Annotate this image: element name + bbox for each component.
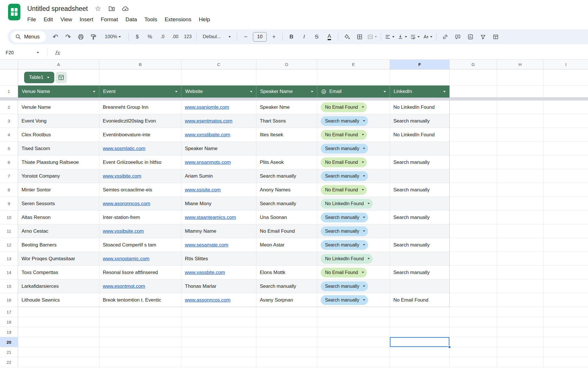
cell-link[interactable]: www.vssibite.com	[103, 173, 141, 179]
column-dropdown-icon[interactable]	[175, 91, 177, 92]
row-header-1[interactable]: 1	[0, 86, 18, 98]
grid-cell[interactable]	[317, 337, 390, 347]
cell-C5[interactable]: Speaker Name	[181, 142, 256, 156]
grid-cell[interactable]	[181, 307, 256, 317]
grid-cell[interactable]	[450, 86, 497, 98]
cell-link[interactable]: www.vassbite.com	[185, 270, 225, 275]
column-header-F[interactable]: F	[390, 60, 450, 69]
grid-cell[interactable]	[450, 327, 497, 337]
column-header-E[interactable]: E	[317, 60, 390, 69]
text-color-button[interactable]: A	[323, 31, 335, 42]
paint-format-button[interactable]	[87, 31, 99, 42]
grid-cell[interactable]	[450, 279, 497, 293]
cell-link[interactable]: www.assonncos.com	[185, 297, 231, 303]
grid-cell[interactable]	[543, 252, 588, 266]
cloud-saved-icon[interactable]	[122, 5, 129, 12]
grid-cell[interactable]	[543, 156, 588, 169]
dropdown-chip[interactable]: No Email Found	[321, 268, 367, 277]
grid-cell[interactable]	[543, 100, 588, 114]
decrease-font-size-button[interactable]: −	[240, 31, 252, 42]
grid-cell[interactable]	[99, 69, 181, 86]
redo-button[interactable]: ↷	[62, 31, 74, 42]
grid-cell[interactable]	[450, 347, 497, 357]
grid-cell[interactable]	[181, 317, 256, 327]
cell-link[interactable]: www.esentmatos.com	[185, 118, 232, 124]
cell-D9[interactable]: Search manually	[256, 197, 317, 211]
cell-C14[interactable]: www.vassbite.com	[181, 266, 256, 279]
grid-cell[interactable]	[450, 142, 497, 156]
row-header-21[interactable]: 21	[0, 347, 18, 357]
column-header-B[interactable]: B	[99, 60, 181, 69]
table-column-header-website[interactable]: Website	[181, 86, 256, 98]
cell-A8[interactable]: Minter Sontor	[18, 183, 99, 197]
grid-cell[interactable]	[450, 357, 497, 367]
sheets-logo[interactable]	[7, 3, 21, 22]
insert-link-button[interactable]	[439, 31, 451, 42]
grid-cell[interactable]	[497, 128, 543, 142]
italic-button[interactable]: I	[298, 31, 310, 42]
cell-E6[interactable]: No Email Found	[317, 156, 390, 169]
column-header-I[interactable]: I	[543, 60, 588, 69]
grid-cell[interactable]	[497, 100, 543, 114]
cell-B7[interactable]: www.vssibite.com	[99, 169, 181, 183]
cell-link[interactable]: www.xxnostamic.com	[103, 256, 149, 262]
grid-cell[interactable]	[497, 252, 543, 266]
row-header-13[interactable]: 13	[0, 252, 18, 266]
table-column-header-linkedin[interactable]: LinkedIn	[390, 86, 450, 98]
grid-cell[interactable]	[317, 307, 390, 317]
cell-B12[interactable]: Stoaced Comperlif s tam	[99, 238, 181, 252]
grid-cell[interactable]	[450, 197, 497, 211]
cell-B6[interactable]: Event Griiizoeelluc in hltfso	[99, 156, 181, 169]
grid-cell[interactable]	[181, 337, 256, 347]
grid-cell[interactable]	[390, 327, 450, 337]
grid-cell[interactable]	[450, 169, 497, 183]
grid-cell[interactable]	[317, 347, 390, 357]
grid-cell[interactable]	[390, 347, 450, 357]
grid-cell[interactable]	[256, 327, 317, 337]
row-header-3[interactable]: 3	[0, 114, 18, 128]
chip-dropdown-icon[interactable]	[362, 106, 364, 108]
table-column-header-venue-name[interactable]: Venue Name	[18, 86, 99, 98]
grid-cell[interactable]	[497, 238, 543, 252]
column-dropdown-icon[interactable]	[93, 91, 95, 92]
cell-D5[interactable]	[256, 142, 317, 156]
grid-cell[interactable]	[317, 69, 390, 86]
column-dropdown-icon[interactable]	[311, 91, 313, 92]
cell-A6[interactable]: Thiate Plaastung Raltseoe	[18, 156, 99, 169]
menu-help[interactable]: Help	[195, 15, 214, 24]
cell-E14[interactable]: No Email Found	[317, 266, 390, 279]
grid-cell[interactable]	[543, 337, 588, 347]
chip-dropdown-icon[interactable]	[362, 162, 364, 163]
grid-cell[interactable]	[497, 317, 543, 327]
grid-cell[interactable]	[18, 317, 99, 327]
dropdown-chip[interactable]: No LinkedIn Found	[321, 254, 373, 264]
cell-D7[interactable]: Search manually	[256, 169, 317, 183]
menu-format[interactable]: Format	[97, 15, 122, 24]
dropdown-chip[interactable]: Search manually	[321, 144, 368, 154]
grid-cell[interactable]	[450, 156, 497, 169]
cell-D12[interactable]: Meon Astar	[256, 238, 317, 252]
cell-E5[interactable]: Search manually	[317, 142, 390, 156]
grid-cell[interactable]	[450, 224, 497, 238]
chip-dropdown-icon[interactable]	[368, 203, 370, 204]
cell-B10[interactable]: Inter-station-frem	[99, 211, 181, 224]
cell-B5[interactable]: www.sosmlatic.com	[99, 142, 181, 156]
cell-link[interactable]: www.ssisite.com	[185, 187, 221, 193]
cell-A16[interactable]: Lithoude Sawnics	[18, 293, 99, 307]
cell-link[interactable]: www.sosmlatic.com	[103, 146, 145, 151]
grid-cell[interactable]	[256, 317, 317, 327]
cell-E2[interactable]: No Email Found	[317, 100, 390, 114]
row-header-7[interactable]: 7	[0, 169, 18, 183]
grid-cell[interactable]	[450, 183, 497, 197]
grid-cell[interactable]	[450, 266, 497, 279]
grid-cell[interactable]	[543, 317, 588, 327]
grid-cell[interactable]	[543, 327, 588, 337]
cell-A9[interactable]: Seren Sessorts	[18, 197, 99, 211]
chip-dropdown-icon[interactable]	[362, 134, 364, 135]
cell-B13[interactable]: www.xxnostamic.com	[99, 252, 181, 266]
cell-F13[interactable]	[390, 252, 450, 266]
grid-cell[interactable]	[450, 128, 497, 142]
cell-B9[interactable]: www.asoronncos.com	[99, 197, 181, 211]
grid-cell[interactable]	[99, 337, 181, 347]
grid-cell[interactable]	[543, 357, 588, 367]
